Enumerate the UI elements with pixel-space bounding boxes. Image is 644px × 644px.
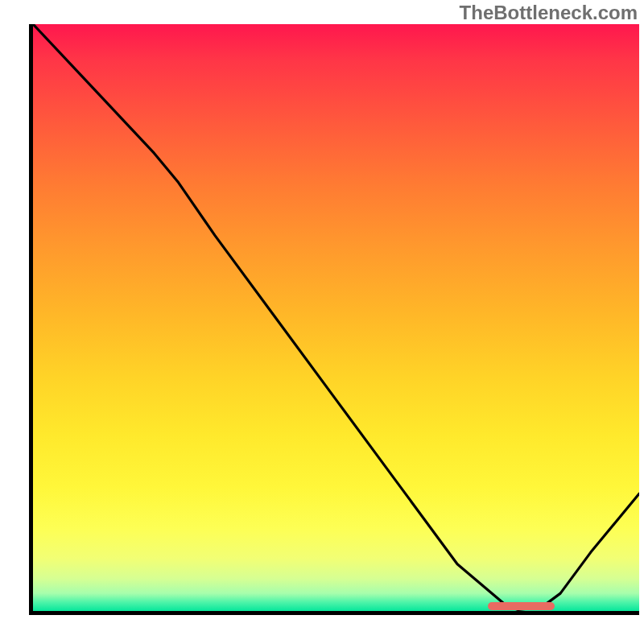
optimal-zone-marker: [488, 602, 555, 610]
watermark-text: TheBottleneck.com: [460, 2, 638, 24]
bottleneck-curve-path: [33, 24, 639, 610]
bottleneck-curve-svg: [33, 24, 639, 611]
plot-area: [29, 24, 639, 615]
chart-frame: TheBottleneck.com: [0, 0, 644, 644]
